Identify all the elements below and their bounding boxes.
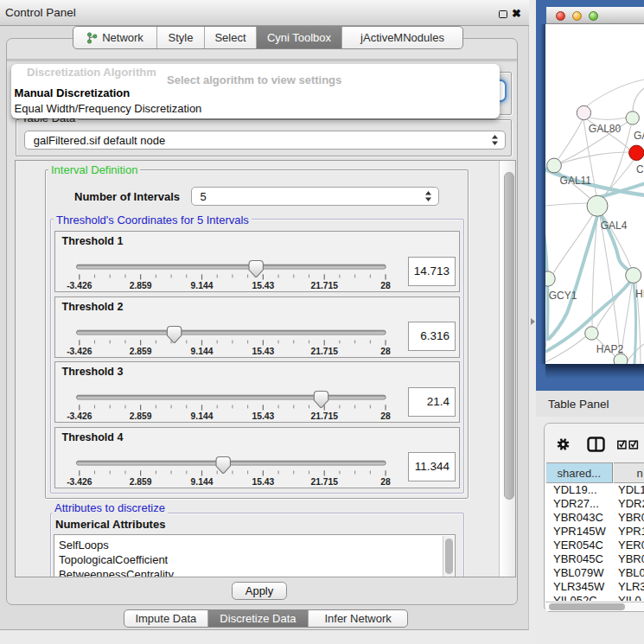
svg-text:GAL2: GAL2 — [634, 130, 644, 142]
svg-text:28: 28 — [380, 281, 391, 290]
svg-text:GAL4: GAL4 — [601, 220, 628, 232]
svg-text:28: 28 — [380, 346, 391, 355]
svg-text:15.43: 15.43 — [252, 281, 274, 290]
svg-text:21.715: 21.715 — [310, 411, 338, 421]
svg-text:9.144: 9.144 — [190, 476, 213, 486]
svg-text:GAL80: GAL80 — [589, 122, 622, 134]
svg-text:2.859: 2.859 — [129, 346, 151, 355]
svg-text:28: 28 — [380, 476, 391, 486]
svg-text:-3.426: -3.426 — [67, 476, 92, 486]
svg-text:9.144: 9.144 — [190, 411, 213, 421]
svg-text:HAP2: HAP2 — [596, 342, 624, 354]
svg-text:CDC1: CDC1 — [636, 163, 644, 175]
svg-text:2.859: 2.859 — [129, 281, 151, 290]
svg-text:2.859: 2.859 — [129, 476, 151, 486]
svg-text:9.144: 9.144 — [190, 281, 213, 290]
svg-text:15.43: 15.43 — [252, 476, 274, 486]
svg-text:-3.426: -3.426 — [67, 346, 92, 355]
svg-text:15.43: 15.43 — [252, 411, 274, 421]
svg-text:15.43: 15.43 — [252, 346, 274, 355]
svg-text:GAL11: GAL11 — [560, 174, 592, 186]
svg-text:21.715: 21.715 — [310, 346, 338, 355]
svg-text:-3.426: -3.426 — [67, 281, 92, 290]
svg-text:2.859: 2.859 — [129, 411, 151, 421]
svg-text:HIS4: HIS4 — [635, 288, 644, 300]
svg-text:9.144: 9.144 — [190, 346, 213, 355]
svg-text:GCY1: GCY1 — [549, 290, 577, 302]
svg-text:21.715: 21.715 — [310, 281, 338, 290]
svg-text:21.715: 21.715 — [310, 476, 338, 486]
svg-text:28: 28 — [380, 411, 391, 421]
svg-text:-3.426: -3.426 — [67, 411, 92, 421]
